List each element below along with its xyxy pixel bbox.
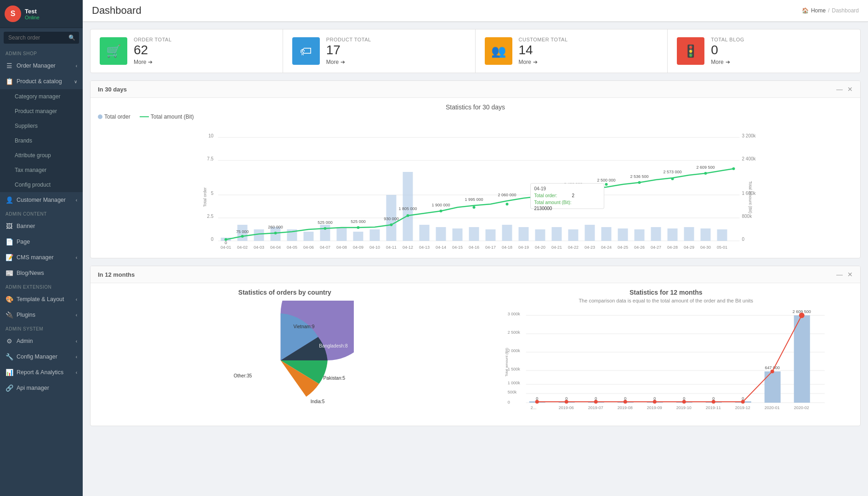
sidebar-item-order-manager[interactable]: ☰ Order Manager ‹ [0,58,83,74]
svg-point-65 [241,235,244,238]
product-total-more[interactable]: More ➔ [326,59,371,65]
sidebar-item-customer-manager[interactable]: 👤 Customer Manager ‹ [0,192,83,208]
order-manager-icon: ☰ [6,62,13,69]
sidebar-item-product-manager[interactable]: Product manager [0,104,83,119]
section-label-admin-extension: ADMIN EXTENSION [0,281,83,291]
customer-total-info: CUSTOMER TOTAL 14 More ➔ [519,37,568,65]
svg-point-158 [535,400,539,404]
customer-total-more[interactable]: More ➔ [519,59,568,65]
minimize-12months-icon[interactable]: — [836,271,843,278]
panel-12months-actions: — ✕ [836,271,853,278]
svg-text:04-28: 04-28 [667,245,678,250]
pie-chart-container: Vietnam:9 Bangladesh:8 Pakistan:5 India:… [98,301,472,420]
svg-text:2 000k: 2 000k [507,348,520,353]
svg-text:04-24: 04-24 [601,245,612,250]
sidebar-item-tax-manager[interactable]: Tax manager [0,163,83,177]
search-input[interactable] [4,32,79,44]
product-total-icon: 🏷 [292,37,320,65]
cms-manager-arrow: ‹ [76,255,77,260]
svg-point-163 [682,400,686,404]
total-blog-more[interactable]: More ➔ [711,59,744,65]
customer-total-label: CUSTOMER TOTAL [519,37,568,42]
svg-text:2019-10: 2019-10 [676,405,691,410]
sidebar-item-config-manager[interactable]: 🔧 Config Manager ‹ [0,349,83,365]
sidebar-item-plugins[interactable]: 🔌 Plugins ‹ [0,307,83,323]
svg-rect-22 [304,232,314,241]
sidebar-item-cms-manager[interactable]: 📝 CMS manager ‹ [0,250,83,265]
stat-card-product-total: 🏷 PRODUCT TOTAL 17 More ➔ [283,29,476,73]
sidebar-item-brands[interactable]: Brands [0,133,83,148]
svg-text:800k: 800k [742,214,753,219]
sidebar-item-product-catalog[interactable]: 📋 Product & catalog ∨ [0,74,83,89]
category-manager-label: Category manager [15,93,60,100]
api-manager-label: Api manager [17,385,49,391]
svg-text:Total amount (Bit): Total amount (Bit) [748,181,753,214]
svg-text:04-06: 04-06 [303,245,314,250]
sidebar-item-api-manager[interactable]: 🔗 Api manager [0,380,83,396]
total-blog-icon: 🚦 [677,37,704,65]
order-manager-label: Order Manager [17,63,56,69]
svg-text:2130000: 2130000 [534,206,552,211]
section-label-admin-content: ADMIN CONTENT [0,208,83,218]
brands-label: Brands [15,137,32,144]
blog-news-label: Blog/News [17,270,44,276]
close-icon[interactable]: ✕ [847,86,853,93]
svg-rect-31 [453,228,463,241]
svg-rect-40 [601,227,612,241]
plugins-arrow: ‹ [76,313,77,318]
section-label-admin-system: ADMIN SYSTEM [0,323,83,333]
sidebar-item-config-product[interactable]: Config product [0,177,83,192]
sidebar-item-suppliers[interactable]: Suppliers [0,119,83,133]
minimize-icon[interactable]: — [836,86,843,93]
suppliers-label: Suppliers [15,123,38,129]
svg-point-160 [594,400,597,404]
svg-text:2 400k: 2 400k [742,156,756,161]
line-bar-note: The comparison data is equal to the tota… [479,298,853,303]
sidebar-item-blog-news[interactable]: 📰 Blog/News [0,265,83,281]
order-total-arrow: ➔ [148,59,153,65]
svg-point-164 [711,400,715,404]
total-blog-label: TOTAL BLOG [711,37,744,42]
svg-point-166 [770,370,774,373]
sidebar-item-attribute-group[interactable]: Attribute group [0,148,83,163]
sidebar-header: S Test Online [0,0,83,28]
sidebar-item-report-analytics[interactable]: 📊 Report & Analytics ‹ [0,365,83,380]
svg-rect-46 [701,228,711,241]
svg-text:04-22: 04-22 [568,245,579,250]
page-title: Dashboard [92,5,142,17]
sidebar-item-banner[interactable]: 🖼 Banner [0,218,83,234]
sidebar-item-template-layout[interactable]: 🎨 Template & Layout ‹ [0,291,83,307]
svg-text:04-05: 04-05 [287,245,297,250]
svg-text:04-18: 04-18 [502,245,512,250]
order-total-more[interactable]: More ➔ [134,59,172,65]
sidebar-item-category-manager[interactable]: Category manager [0,89,83,104]
close-12months-icon[interactable]: ✕ [847,271,853,278]
svg-text:500k: 500k [507,390,516,394]
panel-30days-title: In 30 days [98,86,127,93]
stat-card-customer-total: 👥 CUSTOMER TOTAL 14 More ➔ [476,29,668,73]
breadcrumb-home[interactable]: Home [811,7,826,14]
svg-text:0: 0 [742,237,745,242]
svg-rect-32 [469,227,479,241]
svg-rect-42 [635,229,645,241]
chart-12months-columns: Statistics of orders by country [98,289,853,420]
page-icon: 📄 [6,238,13,245]
pie-chart-svg: Vietnam:9 Bangladesh:8 Pakistan:5 India:… [216,301,354,420]
admin-arrow: ‹ [76,339,77,344]
svg-rect-26 [370,229,380,241]
sidebar-item-admin[interactable]: ⚙ Admin ‹ [0,333,83,349]
sidebar-item-page[interactable]: 📄 Page [0,234,83,250]
template-layout-icon: 🎨 [6,296,13,303]
panel-30days-header: In 30 days — ✕ [91,81,860,98]
chart30-subtitle: Statistics for 30 days [98,103,853,111]
svg-rect-35 [519,227,529,241]
svg-rect-24 [337,227,347,241]
line-bar-title: Statistics for 12 months [479,289,853,296]
legend-line-amount [140,116,149,117]
customer-total-icon: 👥 [485,37,512,65]
panel-30days-body: Statistics for 30 days Total order Total… [91,98,860,258]
svg-text:04-12: 04-12 [403,245,413,250]
customer-total-value: 14 [519,44,568,57]
product-catalog-icon: 📋 [6,78,13,85]
content-area: 🛒 ORDER TOTAL 62 More ➔ 🏷 PRODUCT TOTAL … [83,22,868,496]
